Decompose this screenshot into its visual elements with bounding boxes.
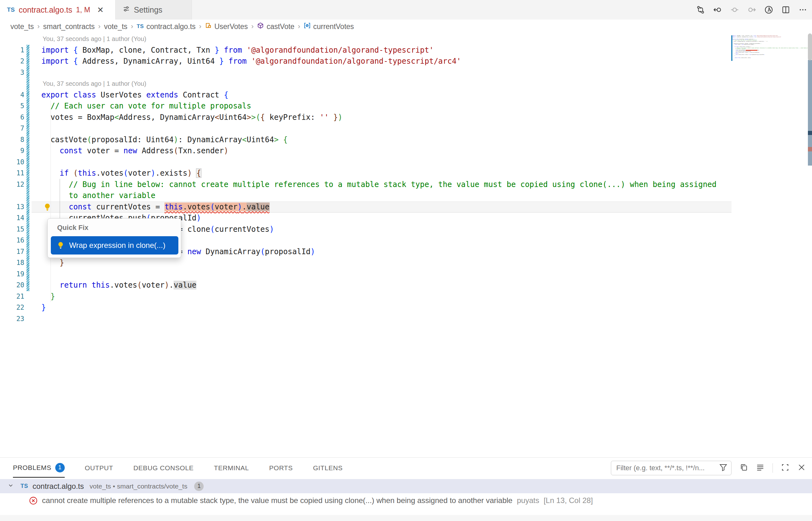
minimap[interactable]: import { BoxMap, clone, Contract, Txn } … [732, 35, 808, 73]
line-number[interactable]: 22 [0, 302, 24, 314]
code-line[interactable]: 10 [0, 157, 732, 168]
line-number[interactable]: 1 [0, 45, 24, 56]
code-line[interactable]: 12 // Bug in line below: cannot create m… [0, 179, 732, 190]
code-line[interactable]: 7 [0, 123, 732, 134]
code-token: { [196, 169, 201, 178]
code-line[interactable]: to another variable [0, 190, 732, 202]
code-token: } [41, 303, 46, 312]
change-circle-icon[interactable] [730, 5, 740, 15]
tab-debug-console[interactable]: DEBUG CONSOLE [133, 458, 194, 478]
editor-tab-bar: TS contract.algo.ts 1, M ✕ Settings [0, 0, 812, 20]
line-number[interactable]: 16 [0, 235, 24, 246]
code-token: > [247, 113, 251, 122]
line-number[interactable]: 21 [0, 291, 24, 302]
lightbulb-icon[interactable] [43, 203, 52, 212]
tab-output[interactable]: OUTPUT [85, 458, 113, 478]
line-number[interactable]: 19 [0, 269, 24, 280]
chevron-down-icon[interactable] [8, 482, 14, 490]
code-line[interactable]: 2import { Address, DynamicArray, Uint64 … [0, 56, 732, 67]
breadcrumb-separator: › [37, 22, 40, 30]
code-line[interactable]: 3 [0, 67, 732, 78]
tab-gitlens[interactable]: GITLENS [313, 458, 343, 478]
code-token [329, 113, 333, 122]
line-number[interactable]: 17 [0, 246, 24, 258]
next-change-icon[interactable] [747, 5, 756, 15]
code-line[interactable]: 8 castVote(proposalId: Uint64): DynamicA… [0, 134, 732, 146]
code-token: { [73, 46, 78, 54]
code-line[interactable]: 5 // Each user can vote for multiple pro… [0, 100, 732, 112]
code-token: '@algorandfoundation/algorand-typescript… [251, 57, 461, 66]
breadcrumb-item-castvote[interactable]: castVote [257, 22, 294, 31]
line-number[interactable]: 7 [0, 123, 24, 134]
breadcrumb-item-file[interactable]: TS contract.algo.ts [137, 22, 196, 31]
code-line[interactable]: 13 const currentVotes = this.votes(voter… [0, 202, 732, 213]
line-number[interactable]: 2 [0, 56, 24, 67]
previous-change-icon[interactable] [713, 5, 722, 15]
code-line[interactable]: 19 [0, 269, 732, 280]
maximize-panel-icon[interactable] [781, 463, 789, 473]
code-line[interactable]: 4export class UserVotes extends Contract… [0, 90, 732, 101]
line-number[interactable]: 14 [0, 212, 24, 224]
copy-icon[interactable] [740, 463, 748, 473]
breadcrumb-item-currentvotes[interactable]: currentVotes [304, 22, 354, 31]
line-number[interactable]: 20 [0, 280, 24, 291]
code-token: ( [210, 202, 215, 211]
tab-settings[interactable]: Settings [115, 0, 192, 20]
tab-ports[interactable]: PORTS [269, 458, 293, 478]
code-line[interactable]: 22} [0, 302, 732, 314]
code-token: Txn.sender [178, 146, 224, 155]
code-line[interactable]: 20 return this.votes(voter).value [0, 280, 732, 291]
code-token: } [219, 57, 224, 66]
line-number[interactable]: 13 [0, 202, 24, 213]
scrollbar-thumb[interactable] [808, 33, 812, 61]
line-number[interactable]: 5 [0, 100, 24, 112]
code-editor[interactable]: You, 37 seconds ago | 1 author (You)1imp… [0, 33, 812, 457]
code-line[interactable]: 9 const voter = new Address(Txn.sender) [0, 145, 732, 157]
tab-terminal[interactable]: TERMINAL [214, 458, 249, 478]
code-token: extends [146, 91, 178, 99]
code-line[interactable]: 6 votes = BoxMap<Address, DynamicArray<U… [0, 112, 732, 123]
breadcrumb-item-vote-ts[interactable]: vote_ts [10, 22, 34, 31]
split-editor-icon[interactable] [781, 5, 791, 15]
scrollbar[interactable] [808, 33, 812, 457]
error-icon [29, 496, 38, 505]
more-actions-icon[interactable] [798, 5, 808, 15]
line-number[interactable]: 11 [0, 168, 24, 179]
breadcrumb-item-uservotes[interactable]: UserVotes [205, 22, 248, 31]
breadcrumb-item-vote-ts-2[interactable]: vote_ts [104, 22, 127, 31]
code-token: votes = BoxMap [41, 113, 114, 122]
code-token: currentVotes = [91, 202, 165, 211]
line-number[interactable]: 18 [0, 257, 24, 269]
code-line[interactable]: 23 [0, 314, 732, 325]
line-number[interactable]: 8 [0, 134, 24, 146]
line-number[interactable]: 6 [0, 112, 24, 123]
open-changes-icon[interactable] [696, 5, 705, 15]
close-panel-icon[interactable] [797, 463, 806, 473]
code-line[interactable]: 18 } [0, 257, 732, 269]
line-number[interactable]: 15 [0, 224, 24, 235]
quickfix-action-wrap-in-clone[interactable]: Wrap expression in clone(...) [51, 236, 178, 254]
problem-row[interactable]: cannot create multiple references to a m… [0, 493, 812, 508]
symbol-class-icon [205, 22, 212, 31]
line-number[interactable]: 4 [0, 90, 24, 101]
tab-contract-algo-ts[interactable]: TS contract.algo.ts 1, M ✕ [0, 0, 115, 20]
code-token [41, 101, 50, 110]
problems-file-row[interactable]: TS contract.algo.ts vote_ts • smart_cont… [0, 479, 812, 493]
line-number[interactable]: 12 [0, 179, 24, 190]
code-line[interactable]: 11 if (this.votes(voter).exists) { [0, 168, 732, 179]
problems-filter-input[interactable]: Filter (e.g. text, **/*.ts, !**/n... [611, 461, 731, 475]
line-number[interactable]: 9 [0, 145, 24, 157]
gitlens-graph-icon[interactable] [764, 5, 773, 15]
tab-problems[interactable]: PROBLEMS 1 [13, 458, 65, 478]
overview-ruler-error-mark [808, 147, 812, 151]
breadcrumb-item-smart-contracts[interactable]: smart_contracts [43, 22, 95, 31]
view-as-list-icon[interactable] [756, 463, 764, 473]
line-number[interactable]: 3 [0, 67, 24, 78]
line-number[interactable]: 23 [0, 314, 24, 325]
code-token [69, 169, 73, 178]
code-line[interactable]: 1import { BoxMap, clone, Contract, Txn }… [0, 45, 732, 56]
close-icon[interactable]: ✕ [97, 6, 104, 14]
code-line[interactable]: 21 } [0, 291, 732, 302]
code-token: this [165, 202, 183, 211]
line-number[interactable]: 10 [0, 157, 24, 168]
